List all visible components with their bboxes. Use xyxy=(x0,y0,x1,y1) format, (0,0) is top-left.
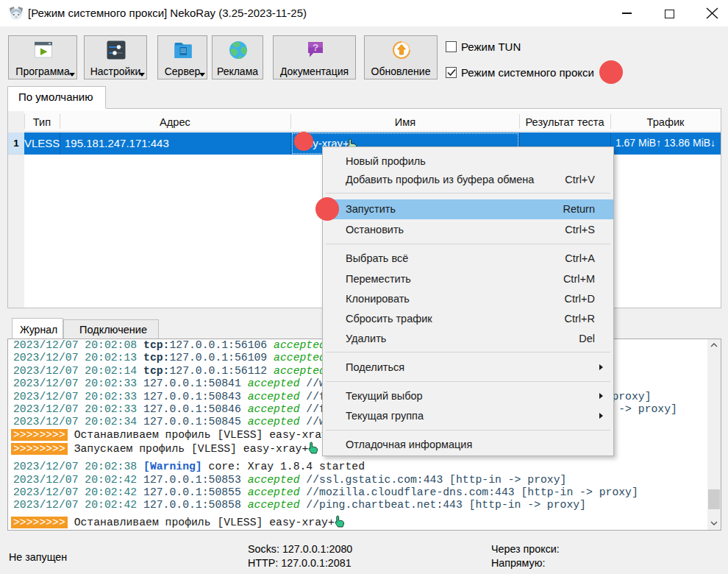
svg-text:?: ? xyxy=(313,42,318,53)
